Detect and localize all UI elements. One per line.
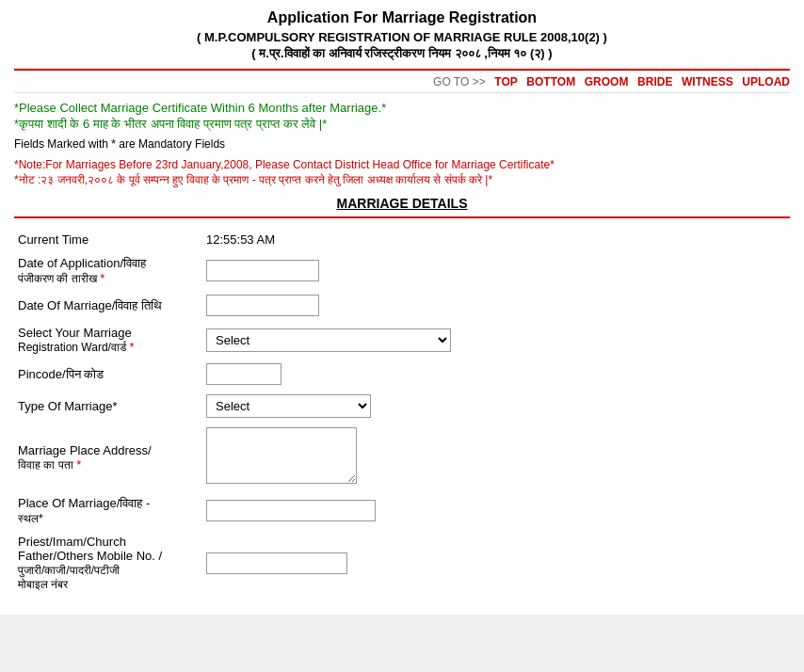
marriage-place-label: Marriage Place Address/ विवाह का पता * <box>14 423 202 491</box>
section-divider <box>14 216 790 218</box>
marriage-ward-label: Select Your Marriage Registration Ward/व… <box>14 321 202 359</box>
pincode-row: Pincode/पिन कोड <box>14 359 790 390</box>
current-time-label: Current Time <box>14 228 202 251</box>
nav-link-witness[interactable]: WITNESS <box>682 75 733 88</box>
date-of-marriage-row: Date Of Marriage/विवाह तिथि <box>14 290 790 321</box>
nav-link-upload[interactable]: UPLOAD <box>742 75 790 88</box>
main-title: Application For Marriage Registration <box>14 9 790 26</box>
nav-link-bride[interactable]: BRIDE <box>637 75 672 88</box>
marriage-details-form: Current Time 12:55:53 AM Date of Applica… <box>14 228 790 596</box>
type-of-marriage-select[interactable]: Select <box>206 394 371 418</box>
sub-title-en: ( M.P.COMPULSORY REGISTRATION OF MARRIAG… <box>14 30 790 44</box>
type-of-marriage-row: Type Of Marriage* Select <box>14 390 790 423</box>
priest-mobile-input[interactable] <box>206 552 347 574</box>
note-red-en: *Note:For Marriages Before 23rd January,… <box>14 158 790 171</box>
notice-green-hi: *कृपया शादी के 6 माह के भीतर अपना विवाह … <box>14 117 790 132</box>
date-of-application-input[interactable]: 07.08.2020 <box>206 260 319 281</box>
date-of-application-label: Date of Application/विवाह पंजीकरण की तार… <box>14 251 202 290</box>
section-title: MARRIAGE DETAILS <box>14 196 790 211</box>
notice-green-en: *Please Collect Marriage Certificate Wit… <box>14 101 790 115</box>
marriage-place-row: Marriage Place Address/ विवाह का पता * <box>14 423 790 491</box>
nav-link-top[interactable]: TOP <box>494 75 517 88</box>
mandatory-note: Fields Marked with * are Mandatory Field… <box>14 137 790 151</box>
marriage-place-textarea[interactable] <box>206 427 357 484</box>
current-time-row: Current Time 12:55:53 AM <box>14 228 790 251</box>
current-time-value: 12:55:53 AM <box>202 228 790 251</box>
date-of-application-row: Date of Application/विवाह पंजीकरण की तार… <box>14 251 790 290</box>
pincode-label: Pincode/पिन कोड <box>14 359 202 390</box>
pincode-input[interactable] <box>206 363 281 385</box>
note-red-hi: *नोट :२३ जनवरी,२००८ के पूर्व सम्पन्न हुए… <box>14 173 790 186</box>
date-of-marriage-input[interactable] <box>206 295 319 316</box>
priest-row: Priest/Imam/Church Father/Others Mobile … <box>14 530 790 596</box>
date-of-marriage-label: Date Of Marriage/विवाह तिथि <box>14 290 202 321</box>
page-container: Application For Marriage Registration ( … <box>0 0 804 615</box>
marriage-ward-row: Select Your Marriage Registration Ward/व… <box>14 321 790 359</box>
place-of-marriage-input[interactable]: SHAHPURA <box>206 500 376 521</box>
type-of-marriage-label: Type Of Marriage* <box>14 390 202 423</box>
place-of-marriage-row: Place Of Marriage/विवाह - स्थल* SHAHPURA <box>14 491 790 530</box>
sub-title-hi: ( म.प्र.विवाहों का अनिवार्य रजिस्ट्रीकरण… <box>14 46 790 61</box>
nav-link-groom[interactable]: GROOM <box>585 75 629 88</box>
nav-link-bottom[interactable]: BOTTOM <box>526 75 575 88</box>
place-of-marriage-label: Place Of Marriage/विवाह - स्थल* <box>14 491 202 530</box>
goto-label: GO TO >> <box>433 75 486 88</box>
marriage-ward-select[interactable]: Select <box>206 328 451 352</box>
nav-bar: GO TO >> TOP BOTTOM GROOM BRIDE WITNESS … <box>14 69 790 93</box>
priest-label: Priest/Imam/Church Father/Others Mobile … <box>14 530 202 596</box>
